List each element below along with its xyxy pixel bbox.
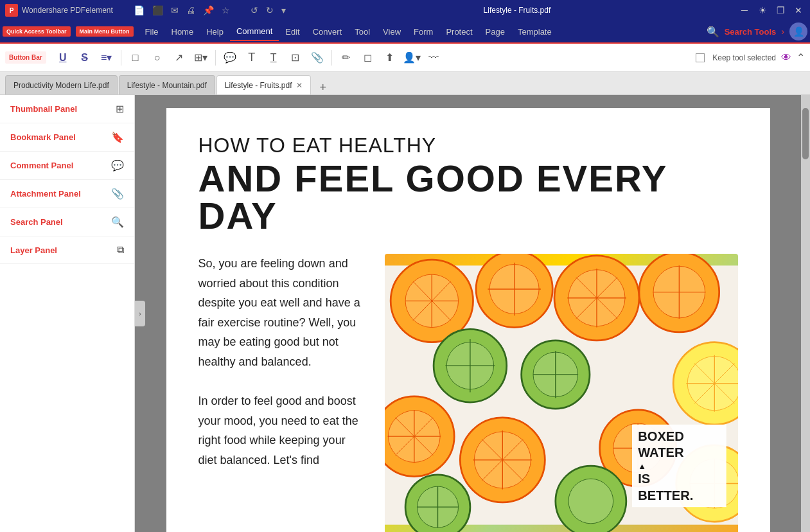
attachment-tool[interactable]: 📎 bbox=[307, 48, 328, 68]
star-icon[interactable]: ☆ bbox=[219, 4, 233, 17]
eye-preview-icon[interactable]: 👁 bbox=[781, 52, 791, 64]
pencil-tool[interactable]: ✏ bbox=[336, 48, 357, 68]
print-icon[interactable]: 🖨 bbox=[184, 4, 198, 17]
light-icon[interactable]: ☀ bbox=[756, 4, 769, 17]
bookmark-panel-item[interactable]: Bookmark Panel 🔖 bbox=[0, 123, 134, 152]
menu-home[interactable]: Home bbox=[165, 23, 200, 40]
comment-panel-icon: 💬 bbox=[111, 159, 124, 172]
app-icon: P bbox=[5, 4, 18, 17]
signature-tool[interactable]: 👤▾ bbox=[401, 48, 422, 68]
tab-mountain[interactable]: Lifestyle - Mountain.pdf bbox=[119, 75, 215, 94]
pdf-title-large: AND FEEL GOOD EVERY DAY bbox=[198, 160, 738, 235]
menu-file[interactable]: File bbox=[139, 23, 165, 40]
menu-edit[interactable]: Edit bbox=[279, 23, 306, 40]
thumbnail-panel-item[interactable]: Thumbnail Panel ⊞ bbox=[0, 95, 134, 123]
menu-convert[interactable]: Convert bbox=[306, 23, 349, 40]
window-controls: ─ ☀ ❐ ✕ bbox=[738, 4, 805, 17]
circle-tool[interactable]: ○ bbox=[147, 48, 168, 68]
close-icon[interactable]: ✕ bbox=[792, 4, 805, 17]
text-tool[interactable]: T bbox=[242, 48, 262, 68]
attachment-panel-item[interactable]: Attachment Panel 📎 bbox=[0, 180, 134, 208]
redo-icon[interactable]: ↻ bbox=[263, 4, 276, 17]
rectangle-tool[interactable]: □ bbox=[125, 48, 146, 68]
strikethrough-tool[interactable]: S bbox=[75, 48, 95, 68]
left-panel: Thumbnail Panel ⊞ Bookmark Panel 🔖 Comme… bbox=[0, 95, 135, 532]
keep-tool-label: Keep tool selected bbox=[712, 53, 776, 62]
comment-panel-item[interactable]: Comment Panel 💬 bbox=[0, 152, 134, 180]
pdf-page: HOW TO EAT HEALTHY AND FEEL GOOD EVERY D… bbox=[166, 108, 770, 532]
scroll-thumb[interactable] bbox=[802, 108, 809, 159]
svg-text:BOXED: BOXED bbox=[638, 430, 684, 444]
menu-form[interactable]: Form bbox=[407, 23, 439, 40]
menu-tool[interactable]: Tool bbox=[348, 23, 376, 40]
layer-panel-item[interactable]: Layer Panel ⧉ bbox=[0, 236, 134, 264]
search-icon-menu[interactable]: 🔍 bbox=[707, 26, 719, 38]
main-layout: Thumbnail Panel ⊞ Bookmark Panel 🔖 Comme… bbox=[0, 95, 810, 532]
button-bar-label: Button Bar bbox=[5, 51, 46, 64]
svg-text:BETTER.: BETTER. bbox=[638, 488, 693, 502]
menu-template[interactable]: Template bbox=[511, 23, 558, 40]
pdf-text-column: So, you are feeling down and worried abo… bbox=[198, 254, 365, 532]
comment-tool[interactable]: 💬 bbox=[220, 48, 240, 68]
search-panel-item[interactable]: Search Panel 🔍 bbox=[0, 208, 134, 236]
scrollbar[interactable] bbox=[801, 95, 810, 532]
attachment-panel-icon: 📎 bbox=[111, 188, 124, 200]
svg-point-50 bbox=[568, 479, 613, 524]
arrow-tool[interactable]: ↗ bbox=[169, 48, 189, 68]
svg-text:WATER: WATER bbox=[638, 445, 684, 459]
svg-text:IS: IS bbox=[638, 472, 650, 486]
save-icon[interactable]: ⬛ bbox=[150, 4, 166, 17]
pdf-paragraph-2: In order to feel good and boost your moo… bbox=[198, 391, 365, 470]
search-tools-label: Search Tools bbox=[725, 27, 777, 37]
tab-fruits-label: Lifestyle - Fruits.pdf bbox=[225, 81, 292, 90]
email-icon[interactable]: ✉ bbox=[168, 4, 181, 17]
search-tools-arrow-icon[interactable]: › bbox=[781, 26, 784, 37]
tab-fruits-close-icon[interactable]: ✕ bbox=[296, 81, 303, 90]
search-panel-icon: 🔍 bbox=[111, 216, 124, 228]
minimize-icon[interactable]: ─ bbox=[738, 4, 751, 17]
menu-page[interactable]: Page bbox=[479, 23, 511, 40]
dropdown-arrow-icon[interactable]: ▾ bbox=[279, 4, 288, 17]
eraser-tool[interactable]: ◻ bbox=[358, 48, 378, 68]
pdf-content-row: So, you are feeling down and worried abo… bbox=[198, 254, 738, 532]
text-underline-tool[interactable]: T bbox=[263, 48, 284, 68]
title-bar: P Wondershare PDFelement 📄 ⬛ ✉ 🖨 📌 ☆ ↺ ↻… bbox=[0, 0, 810, 21]
bookmark-panel-label: Bookmark Panel bbox=[10, 132, 76, 142]
menu-comment[interactable]: Comment bbox=[230, 22, 279, 41]
underline-tool[interactable]: U bbox=[53, 48, 73, 68]
pin-icon[interactable]: 📌 bbox=[200, 4, 216, 17]
layer-panel-icon: ⧉ bbox=[117, 244, 124, 256]
main-menu-label: Main Menu Button bbox=[76, 26, 134, 37]
tool-bar: Button Bar U S ≡▾ □ ○ ↗ ⊞▾ 💬 T T ⊡ 📎 ✏ ◻… bbox=[0, 44, 810, 72]
tab-fruits[interactable]: Lifestyle - Fruits.pdf ✕ bbox=[216, 75, 311, 94]
stamp-tool[interactable]: ⬆ bbox=[380, 48, 400, 68]
highlight-tool[interactable]: ≡▾ bbox=[96, 48, 117, 68]
pdf-area[interactable]: HOW TO EAT HEALTHY AND FEEL GOOD EVERY D… bbox=[135, 95, 801, 532]
user-avatar[interactable]: 👤 bbox=[789, 22, 807, 40]
collapse-panel-arrow[interactable]: › bbox=[135, 301, 145, 326]
tab-mountain-label: Lifestyle - Mountain.pdf bbox=[127, 81, 207, 90]
search-panel-label: Search Panel bbox=[10, 217, 63, 227]
menu-view[interactable]: View bbox=[376, 23, 407, 40]
area-tool[interactable]: ⊞▾ bbox=[191, 48, 211, 68]
menu-help[interactable]: Help bbox=[200, 23, 230, 40]
comment-panel-label: Comment Panel bbox=[10, 161, 73, 170]
separator-3 bbox=[331, 50, 332, 66]
pdf-title-small: HOW TO EAT HEALTHY bbox=[198, 134, 738, 157]
measure-tool[interactable]: 〰 bbox=[423, 48, 444, 68]
tab-bar: Productivity Modern Life.pdf Lifestyle -… bbox=[0, 72, 810, 95]
attachment-panel-label: Attachment Panel bbox=[10, 189, 81, 199]
text-box-tool[interactable]: ⊡ bbox=[285, 48, 306, 68]
collapse-toolbar-icon[interactable]: ⌃ bbox=[797, 51, 805, 64]
open-file-icon[interactable]: 📄 bbox=[131, 4, 147, 17]
undo-icon[interactable]: ↺ bbox=[248, 4, 261, 17]
tab-productivity-label: Productivity Modern Life.pdf bbox=[13, 81, 109, 90]
thumbnail-panel-icon: ⊞ bbox=[116, 103, 124, 115]
tab-add-icon[interactable]: + bbox=[315, 81, 332, 94]
menu-protect[interactable]: Protect bbox=[439, 23, 479, 40]
doc-title: Lifestyle - Fruits.pdf bbox=[296, 6, 738, 15]
restore-icon[interactable]: ❐ bbox=[774, 4, 787, 17]
menu-bar: Quick Access Toolbar Main Menu Button Fi… bbox=[0, 21, 810, 44]
keep-tool-checkbox[interactable] bbox=[696, 53, 705, 62]
tab-productivity[interactable]: Productivity Modern Life.pdf bbox=[5, 75, 118, 94]
